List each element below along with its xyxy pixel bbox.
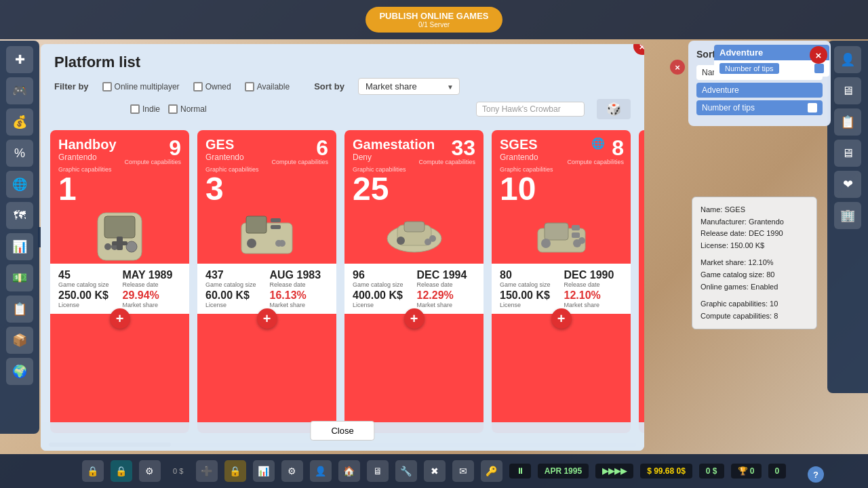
stat-1: 0 $ bbox=[699, 464, 724, 479]
card-bottom-gamestation: 96 Game catalog size DEC 1994 Release da… bbox=[344, 264, 484, 314]
bottom-icon-tools[interactable]: 🔧 bbox=[395, 460, 417, 482]
stat-catalog-ges: 437 Game catalog size bbox=[205, 269, 264, 288]
sges-console-svg bbox=[531, 215, 592, 259]
card-compute-ges: 6 Compute capabilities bbox=[271, 137, 328, 165]
right-icon-6[interactable]: 🏢 bbox=[834, 202, 861, 229]
right-icon-1[interactable]: 👤 bbox=[834, 46, 861, 73]
checkbox-online-input[interactable] bbox=[102, 82, 112, 92]
sidebar-icon-world[interactable]: 🌍 bbox=[6, 358, 33, 385]
platform-card-sges[interactable]: SGES Grantendo 🌐 8 Compute capabilities … bbox=[492, 130, 631, 433]
checkbox-normal-input[interactable] bbox=[168, 104, 178, 114]
sidebar-icon-box[interactable]: 📦 bbox=[6, 327, 33, 354]
sort-option-tips[interactable]: Number of tips bbox=[696, 100, 823, 115]
right-icon-4[interactable]: 🖥 bbox=[834, 140, 861, 167]
secondary-close-button[interactable]: × bbox=[670, 60, 685, 75]
checkbox-available-input[interactable] bbox=[245, 82, 254, 92]
help-button[interactable]: ? bbox=[808, 466, 824, 483]
card-image-sges bbox=[492, 209, 631, 264]
search-field[interactable]: Tony Hawk's Crowbar bbox=[476, 102, 585, 117]
sidebar-icon-globe[interactable]: 🌐 bbox=[6, 171, 33, 198]
bottom-icon-cross[interactable]: ✖ bbox=[424, 460, 446, 482]
tooltip-release: Release date: DEC 1990 bbox=[701, 228, 808, 240]
sort-option-adventure[interactable]: Adventure bbox=[696, 83, 823, 98]
card-compute-gamestation: 33 Compute capabilities bbox=[418, 137, 475, 165]
right-icon-2[interactable]: 🖥 bbox=[834, 77, 861, 104]
card-add-btn-gamestation[interactable]: + bbox=[404, 308, 425, 329]
pause-button[interactable]: ⏸ bbox=[509, 464, 531, 479]
fast-forward-button[interactable]: ▶▶▶▶ bbox=[595, 464, 633, 479]
bottom-icon-screen[interactable]: 🖥 bbox=[367, 460, 389, 482]
checkbox-indie: Indie bbox=[130, 104, 160, 114]
sidebar-icon-plus[interactable]: ✚ bbox=[6, 46, 33, 73]
bottom-icon-person[interactable]: 👤 bbox=[310, 460, 332, 482]
svg-point-2 bbox=[126, 241, 137, 252]
sidebar-icon-money[interactable]: 💰 bbox=[6, 108, 33, 136]
checkbox-owned: Owned bbox=[193, 82, 231, 92]
bottom-icon-lock2[interactable]: 🔒 bbox=[224, 460, 246, 482]
card-bottom-wrapper-gamestation: 96 Game catalog size DEC 1994 Release da… bbox=[344, 264, 484, 327]
card-bottom-ges: 437 Game catalog size AUG 1983 Release d… bbox=[197, 264, 336, 314]
ges-console-svg bbox=[238, 213, 296, 260]
right-icon-3[interactable]: 📋 bbox=[834, 108, 861, 136]
sidebar-icon-map[interactable]: 🗺 bbox=[6, 202, 33, 229]
filter-row2: Indie Normal Tony Hawk's Crowbar 🎲 bbox=[54, 99, 631, 119]
sort-dropdown-wrapper: Market share ▼ bbox=[358, 78, 460, 95]
stat-catalog-sges: 80 Game catalog size bbox=[500, 269, 559, 288]
svg-rect-21 bbox=[545, 223, 568, 240]
card-compute-label-gamestation: Compute capabilities bbox=[418, 159, 475, 165]
checkbox-normal: Normal bbox=[168, 104, 207, 114]
card-graphic-label-ges: Graphic capabilities bbox=[205, 166, 328, 173]
card-add-btn-sges[interactable]: + bbox=[551, 308, 572, 329]
left-sidebar: ✚ 🎮 💰 % 🌐 🗺 📊 💵 📋 📦 🌍 ▶ bbox=[0, 41, 39, 434]
platform-card-partial[interactable]: SK Min... bbox=[639, 130, 644, 433]
card-graphic-num-sges: 10 bbox=[500, 173, 623, 205]
tooltip-name: Name: SGES bbox=[701, 204, 808, 216]
platform-card-gamestation[interactable]: Gamestation Deny 33 Compute capabilities… bbox=[344, 130, 484, 433]
stat-release-sges: DEC 1990 Release date bbox=[564, 269, 623, 288]
filter-sort-row: Filter by Online multiplayer Owned Avail… bbox=[54, 78, 631, 95]
bottom-icon-home[interactable]: 🏠 bbox=[338, 460, 360, 482]
platform-card-handboy[interactable]: Handboy Grantendo 9 Compute capabilities… bbox=[50, 130, 189, 433]
bottom-icon-lock-teal[interactable]: 🔒 bbox=[111, 460, 132, 482]
card-add-btn-ges[interactable]: + bbox=[257, 308, 277, 329]
publish-button[interactable]: PUBLISH ONLINE GAMES 0/1 Server bbox=[366, 7, 502, 33]
stat-market-ges: 16.13% Market share bbox=[270, 289, 329, 308]
svg-rect-1 bbox=[104, 216, 135, 238]
svg-point-13 bbox=[275, 240, 282, 247]
card-bottom-sges: 80 Game catalog size DEC 1990 Release da… bbox=[492, 264, 631, 314]
bottom-icon-mail[interactable]: ✉ bbox=[452, 460, 474, 482]
stat-release-gamestation: DEC 1994 Release date bbox=[417, 269, 476, 288]
adventure-card-row: Number of tips bbox=[714, 60, 829, 77]
sidebar-icon-doc[interactable]: 📋 bbox=[6, 296, 33, 323]
platform-card-ges[interactable]: GES Grantendo 6 Compute capabilities Gra… bbox=[197, 130, 336, 433]
main-close-button[interactable]: × bbox=[810, 46, 827, 64]
right-icon-5[interactable]: ❤ bbox=[834, 171, 861, 198]
card-graphic-num-gamestation: 25 bbox=[353, 173, 475, 205]
sidebar-icon-percent[interactable]: % bbox=[6, 140, 33, 167]
checkbox-owned-input[interactable] bbox=[193, 82, 203, 92]
sidebar-icon-dollar[interactable]: 💵 bbox=[6, 264, 33, 291]
svg-rect-6 bbox=[112, 241, 127, 245]
bottom-icon-gear[interactable]: ⚙ bbox=[281, 460, 303, 482]
card-bottom-wrapper-handboy: 45 Game catalog size MAY 1989 Release da… bbox=[50, 264, 189, 327]
stat-market-handboy: 29.94% Market share bbox=[123, 289, 182, 308]
card-add-btn-handboy[interactable]: + bbox=[110, 308, 130, 329]
sort-dropdown[interactable]: Market share ▼ bbox=[358, 78, 460, 95]
checkbox-indie-input[interactable] bbox=[130, 104, 140, 114]
stat-market-gamestation: 12.29% Market share bbox=[417, 289, 476, 308]
card-bottom-handboy: 45 Game catalog size MAY 1989 Release da… bbox=[50, 264, 189, 314]
bottom-icon-lock-blue[interactable]: 🔒 bbox=[82, 460, 104, 482]
bottom-icon-add[interactable]: ➕ bbox=[196, 460, 218, 482]
sidebar-icon-game[interactable]: 🎮 bbox=[6, 77, 33, 104]
top-bar: PUBLISH ONLINE GAMES 0/1 Server bbox=[0, 0, 868, 39]
sidebar-icon-chart[interactable]: 📊 bbox=[6, 233, 33, 260]
card-image-ges bbox=[197, 209, 336, 264]
bottom-icon-coin[interactable]: 🔑 bbox=[481, 460, 502, 482]
stat-market-sges: 12.10% Market share bbox=[564, 289, 623, 308]
card-graphic-handboy: Graphic capabilities 1 bbox=[50, 165, 189, 209]
card-header-partial: SK Min... bbox=[639, 130, 644, 161]
bottom-icon-dots[interactable]: ⚙ bbox=[139, 460, 161, 482]
card-compute-handboy: 9 Compute capabilities bbox=[124, 137, 181, 165]
bottom-icon-chart[interactable]: 📊 bbox=[253, 460, 275, 482]
close-button[interactable]: Close bbox=[310, 421, 374, 441]
